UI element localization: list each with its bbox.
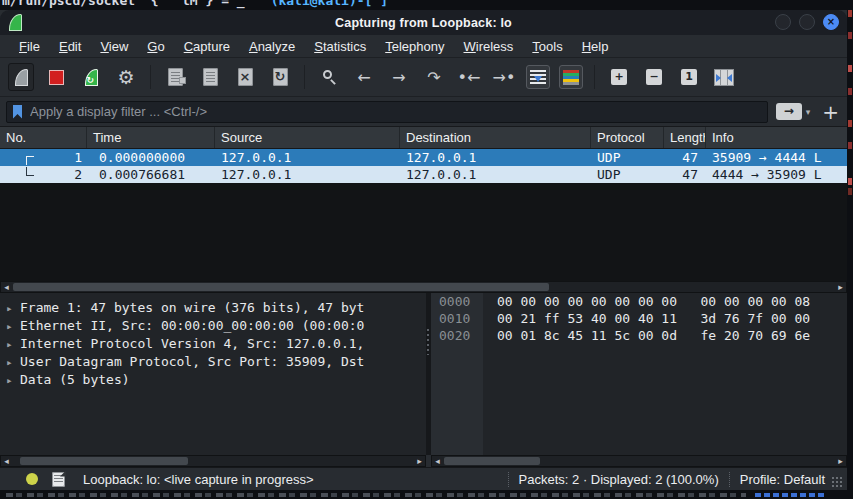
menu-view[interactable]: View <box>97 37 131 56</box>
column-header-time[interactable]: Time <box>87 127 215 148</box>
maximize-button[interactable] <box>799 14 815 30</box>
restart-capture-icon: ↻ <box>85 69 98 86</box>
scrollbar-thumb[interactable] <box>444 457 540 465</box>
save-file-button[interactable] <box>197 63 223 91</box>
hex-offset: 0000 <box>439 293 483 310</box>
hex-dump-pane[interactable]: 000000 00 00 00 00 00 00 00 00 00 00 00 … <box>431 293 847 455</box>
minimize-button[interactable] <box>775 14 791 30</box>
zoom-original-button[interactable]: 1 <box>676 63 702 91</box>
go-forward-button[interactable]: → <box>386 63 412 91</box>
menu-help[interactable]: Help <box>579 37 612 56</box>
detail-ethernet[interactable]: ▸Ethernet II, Src: 00:00:00_00:00:00 (00… <box>6 317 426 335</box>
menu-statistics[interactable]: Statistics <box>311 37 369 56</box>
cell-info: 4444 → 35909 L <box>706 166 847 183</box>
expander-icon[interactable]: ▸ <box>6 336 20 353</box>
menu-telephony[interactable]: Telephony <box>382 37 447 56</box>
detail-ip[interactable]: ▸Internet Protocol Version 4, Src: 127.0… <box>6 335 426 353</box>
display-filter-field[interactable] <box>6 101 768 123</box>
column-header-protocol[interactable]: Protocol <box>591 127 664 148</box>
restart-arrow-icon: ↻ <box>87 75 95 85</box>
find-packet-button[interactable] <box>316 63 342 91</box>
column-header-info[interactable]: Info <box>706 127 847 148</box>
arrow-right-icon: → <box>392 68 405 87</box>
terminal-prompt-fragment: (kali@kali)-[ ] <box>271 0 388 8</box>
cell-protocol: UDP <box>591 149 664 166</box>
expander-icon[interactable]: ▸ <box>6 354 20 371</box>
restart-capture-button[interactable]: ↻ <box>78 63 104 91</box>
expander-icon[interactable]: ▸ <box>6 318 20 335</box>
start-capture-button[interactable] <box>8 63 34 91</box>
zoom-out-button[interactable]: − <box>641 63 667 91</box>
hex-bytes[interactable]: 00 00 00 00 00 00 00 00 00 00 00 00 08 <box>483 294 810 309</box>
auto-scroll-toggle[interactable] <box>526 65 550 89</box>
scrollbar-thumb[interactable] <box>13 283 549 291</box>
detail-frame[interactable]: ▸Frame 1: 47 bytes on wire (376 bits), 4… <box>6 299 426 317</box>
hex-bytes[interactable]: 00 01 8c 45 11 5c 00 0d fe 20 70 69 6e <box>483 328 810 343</box>
expander-icon[interactable]: ▸ <box>6 372 20 389</box>
close-button[interactable]: × <box>823 14 839 30</box>
packet-row-1[interactable]: 1 0.000000000 127.0.0.1 127.0.0.1 UDP 47… <box>0 149 847 166</box>
detail-udp[interactable]: ▸User Datagram Protocol, Src Port: 35909… <box>6 353 426 371</box>
go-back-button[interactable]: ← <box>351 63 377 91</box>
profile-label[interactable]: Profile: Default <box>740 472 825 487</box>
scroll-left-icon[interactable]: ◂ <box>1 282 12 292</box>
menu-file[interactable]: File <box>16 37 43 56</box>
scroll-left-icon[interactable]: ◂ <box>432 456 443 466</box>
filter-bookmark-icon[interactable] <box>13 105 22 119</box>
column-header-length[interactable]: Length <box>664 127 706 148</box>
resize-grip[interactable] <box>831 476 844 489</box>
menu-capture[interactable]: Capture <box>181 37 233 56</box>
scrollbar-thumb[interactable] <box>20 457 188 465</box>
menu-tools[interactable]: Tools <box>529 37 565 56</box>
details-hscrollbar[interactable]: ◂ ▸ <box>0 455 426 467</box>
column-header-destination[interactable]: Destination <box>400 127 591 148</box>
close-file-button[interactable]: × <box>232 63 258 91</box>
open-file-button[interactable] <box>162 63 188 91</box>
packet-row-2[interactable]: 2 0.000766681 127.0.0.1 127.0.0.1 UDP 47… <box>0 166 847 183</box>
display-filter-input[interactable] <box>30 102 767 122</box>
reload-file-icon: ↻ <box>273 68 288 86</box>
hex-row[interactable]: 002000 01 8c 45 11 5c 00 0d fe 20 70 69 … <box>431 327 847 344</box>
filter-toolbar: → ▾ + <box>0 97 847 127</box>
capture-comment-icon[interactable] <box>52 472 65 487</box>
titlebar[interactable]: Capturing from Loopback: lo × <box>0 10 847 35</box>
menu-edit[interactable]: Edit <box>56 37 84 56</box>
zoom-in-button[interactable]: + <box>606 63 632 91</box>
wireshark-window: Capturing from Loopback: lo × File Edit … <box>0 10 847 490</box>
expander-icon[interactable]: ▸ <box>6 300 20 317</box>
go-to-packet-button[interactable]: ↷ <box>421 63 447 91</box>
column-header-source[interactable]: Source <box>215 127 400 148</box>
hex-row[interactable]: 000000 00 00 00 00 00 00 00 00 00 00 00 … <box>431 293 847 310</box>
hex-bytes[interactable]: 00 21 ff 53 40 00 40 11 3d 76 7f 00 00 <box>483 311 810 326</box>
hex-hscrollbar[interactable]: ◂ ▸ <box>431 455 847 467</box>
expert-info-icon[interactable] <box>26 473 38 485</box>
menu-go[interactable]: Go <box>144 37 167 56</box>
go-first-packet-button[interactable]: •← <box>456 63 482 91</box>
hex-row[interactable]: 001000 21 ff 53 40 00 40 11 3d 76 7f 00 … <box>431 310 847 327</box>
resize-columns-button[interactable] <box>711 63 737 91</box>
packet-details-pane[interactable]: ▸Frame 1: 47 bytes on wire (376 bits), 4… <box>0 293 426 455</box>
add-filter-button-button[interactable]: + <box>822 102 839 122</box>
apply-filter-button[interactable]: → <box>776 103 802 120</box>
colorize-toggle[interactable] <box>559 65 583 89</box>
chevron-down-icon[interactable]: ▾ <box>806 107 811 117</box>
screen: m/run/pscd/socket"'{ 'lM'} = _(kali@kali… <box>0 0 853 499</box>
reload-file-button[interactable]: ↻ <box>267 63 293 91</box>
scroll-left-icon[interactable]: ◂ <box>1 456 12 466</box>
scroll-right-icon[interactable]: ▸ <box>835 282 846 292</box>
cell-no: 2 <box>74 167 82 182</box>
go-last-packet-button[interactable]: →• <box>491 63 517 91</box>
stop-capture-button[interactable] <box>43 63 69 91</box>
detail-data[interactable]: ▸Data (5 bytes) <box>6 371 426 389</box>
hex-offset: 0010 <box>439 310 483 327</box>
terminal-text-fragment: m/run/pscd/socket"'{ 'lM'} = _ <box>2 0 245 8</box>
menu-wireless[interactable]: Wireless <box>461 37 517 56</box>
capture-options-button[interactable]: ⚙ <box>113 63 139 91</box>
scroll-right-icon[interactable]: ▸ <box>414 456 425 466</box>
menu-analyze[interactable]: Analyze <box>246 37 298 56</box>
scroll-right-icon[interactable]: ▸ <box>835 456 846 466</box>
column-header-no[interactable]: No. <box>0 127 87 148</box>
cell-no: 1 <box>74 150 82 165</box>
cell-source: 127.0.0.1 <box>215 149 400 166</box>
packet-list-hscrollbar[interactable]: ◂ ▸ <box>0 281 847 293</box>
